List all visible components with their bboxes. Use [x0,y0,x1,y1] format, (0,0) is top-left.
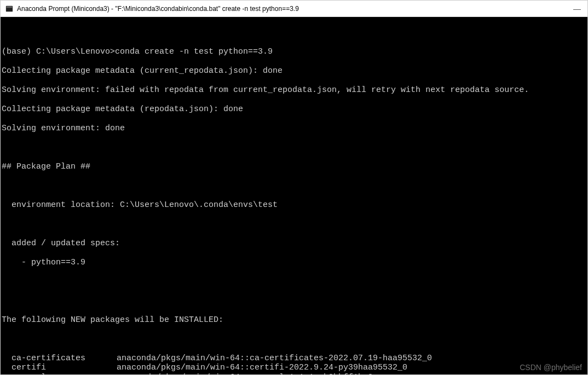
output-line: Solving environment: failed with repodat… [2,85,587,95]
package-spec: anaconda/pkgs/main/win-64::certifi-2022.… [117,363,587,373]
added-specs-item: - python==3.9 [2,258,587,268]
blank-line [2,220,587,229]
output-line: Collecting package metadata (repodata.js… [2,105,587,114]
svg-rect-1 [7,6,13,8]
added-specs-header: added / updated specs: [2,239,587,249]
blank-line [2,277,587,287]
package-name: ca-certificates [2,354,117,364]
blank-line [2,296,587,306]
env-location: environment location: C:\Users\Lenovo\.c… [2,200,587,210]
blank-line [2,143,587,153]
app-icon [5,4,14,13]
install-header: The following NEW packages will be INSTA… [2,315,587,325]
package-spec: anaconda/pkgs/main/win-64::ca-certificat… [117,354,587,364]
package-spec: anaconda/pkgs/main/win-64::openssl-1.1.1… [117,373,587,376]
prompt-line: (base) C:\Users\Lenovo>conda create -n t… [2,47,587,57]
plan-header: ## Package Plan ## [2,162,587,172]
window-title: Anaconda Prompt (Miniconda3) - "F:\Minic… [17,5,573,13]
package-list: ca-certificatesanaconda/pkgs/main/win-64… [2,354,587,376]
package-row: opensslanaconda/pkgs/main/win-64::openss… [2,373,587,376]
blank-line [2,181,587,191]
package-row: certifianaconda/pkgs/main/win-64::certif… [2,363,587,373]
package-row: ca-certificatesanaconda/pkgs/main/win-64… [2,354,587,364]
output-line: Solving environment: done [2,124,587,134]
window-controls: ― [573,4,583,13]
terminal-output[interactable]: (base) C:\Users\Lenovo>conda create -n t… [1,17,587,375]
output-line: Collecting package metadata (current_rep… [2,66,587,76]
blank-line [2,28,587,38]
minimize-button[interactable]: ― [573,4,581,13]
blank-line [2,334,587,344]
package-name: certifi [2,363,117,373]
watermark: CSDN @phybelief [520,363,582,373]
window-titlebar: Anaconda Prompt (Miniconda3) - "F:\Minic… [1,1,587,17]
package-name: openssl [2,373,117,376]
